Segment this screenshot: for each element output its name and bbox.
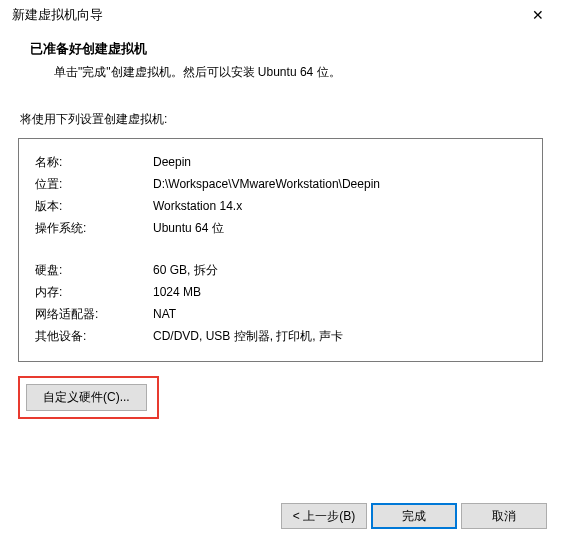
summary-row: 内存: 1024 MB bbox=[35, 281, 526, 303]
summary-row: 位置: D:\Workspace\VMwareWorkstation\Deepi… bbox=[35, 173, 526, 195]
wizard-header: 已准备好创建虚拟机 单击"完成"创建虚拟机。然后可以安装 Ubuntu 64 位… bbox=[0, 30, 561, 99]
settings-summary-box: 名称: Deepin 位置: D:\Workspace\VMwareWorkst… bbox=[18, 138, 543, 362]
row-value: D:\Workspace\VMwareWorkstation\Deepin bbox=[153, 173, 526, 195]
cancel-button[interactable]: 取消 bbox=[461, 503, 547, 529]
header-heading: 已准备好创建虚拟机 bbox=[30, 40, 531, 58]
summary-row: 名称: Deepin bbox=[35, 151, 526, 173]
wizard-footer: < 上一步(B) 完成 取消 bbox=[0, 488, 561, 544]
customize-hardware-button[interactable]: 自定义硬件(C)... bbox=[26, 384, 147, 411]
row-label: 硬盘: bbox=[35, 259, 153, 281]
row-value: Workstation 14.x bbox=[153, 195, 526, 217]
window-title: 新建虚拟机向导 bbox=[12, 6, 103, 24]
row-value: NAT bbox=[153, 303, 526, 325]
wizard-body: 将使用下列设置创建虚拟机: 名称: Deepin 位置: D:\Workspac… bbox=[0, 111, 561, 419]
summary-row: 网络适配器: NAT bbox=[35, 303, 526, 325]
row-label: 位置: bbox=[35, 173, 153, 195]
row-value: CD/DVD, USB 控制器, 打印机, 声卡 bbox=[153, 325, 526, 347]
header-subheading: 单击"完成"创建虚拟机。然后可以安装 Ubuntu 64 位。 bbox=[30, 64, 531, 81]
customize-hardware-highlight: 自定义硬件(C)... bbox=[18, 376, 159, 419]
summary-row: 其他设备: CD/DVD, USB 控制器, 打印机, 声卡 bbox=[35, 325, 526, 347]
finish-button[interactable]: 完成 bbox=[371, 503, 457, 529]
back-button[interactable]: < 上一步(B) bbox=[281, 503, 367, 529]
row-label: 内存: bbox=[35, 281, 153, 303]
row-label: 版本: bbox=[35, 195, 153, 217]
titlebar: 新建虚拟机向导 ✕ bbox=[0, 0, 561, 30]
summary-row: 版本: Workstation 14.x bbox=[35, 195, 526, 217]
row-label: 操作系统: bbox=[35, 217, 153, 239]
row-label: 名称: bbox=[35, 151, 153, 173]
summary-row: 硬盘: 60 GB, 拆分 bbox=[35, 259, 526, 281]
row-label: 网络适配器: bbox=[35, 303, 153, 325]
row-label: 其他设备: bbox=[35, 325, 153, 347]
settings-intro-label: 将使用下列设置创建虚拟机: bbox=[20, 111, 543, 128]
close-button[interactable]: ✕ bbox=[515, 0, 561, 30]
row-value: Ubuntu 64 位 bbox=[153, 217, 526, 239]
row-value: 1024 MB bbox=[153, 281, 526, 303]
close-icon: ✕ bbox=[532, 7, 544, 23]
row-value: 60 GB, 拆分 bbox=[153, 259, 526, 281]
row-value: Deepin bbox=[153, 151, 526, 173]
summary-row: 操作系统: Ubuntu 64 位 bbox=[35, 217, 526, 239]
